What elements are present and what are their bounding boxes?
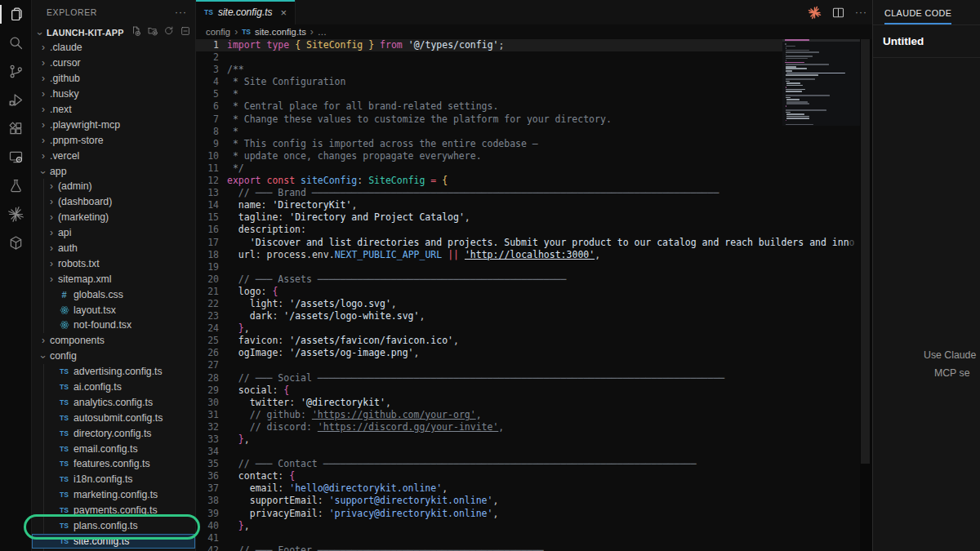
extensions-icon[interactable] — [0, 114, 32, 143]
tree-item-admin[interactable]: ›(admin) — [32, 179, 195, 194]
search-icon[interactable] — [0, 29, 32, 57]
split-editor-icon[interactable] — [831, 6, 845, 20]
code-line-39[interactable]: 39 privacyEmail: 'privacy@directorykit.o… — [196, 508, 854, 520]
claude-starburst-icon[interactable] — [808, 6, 822, 20]
code-line-40[interactable]: 40 }, — [196, 520, 854, 532]
breadcrumb-folder[interactable]: config — [206, 27, 230, 37]
collapse-all-icon[interactable] — [180, 25, 191, 40]
code-line-17[interactable]: 17 'Discover and list directories and pr… — [196, 237, 854, 249]
code-line-24[interactable]: 24 }, — [196, 322, 854, 335]
remote-explorer-icon[interactable] — [0, 143, 32, 171]
code-line-28[interactable]: 28 // ─── Social ───────────────────────… — [196, 372, 854, 384]
code-line-11[interactable]: 11 */ — [196, 162, 854, 175]
tree-item-.claude[interactable]: ›.claude — [32, 40, 195, 56]
tree-item-.husky[interactable]: ›.husky — [32, 87, 195, 102]
tree-item-.pnpm-store[interactable]: ›.pnpm-store — [32, 132, 195, 148]
tree-item-marketing.config.ts[interactable]: ›TSmarketing.config.ts — [32, 487, 195, 503]
code-line-13[interactable]: 13 // ─── Brand ────────────────────────… — [196, 187, 854, 199]
tab-claude-code[interactable]: CLAUDE CODE — [884, 8, 951, 24]
tree-item-advertising.config.ts[interactable]: ›TSadvertising.config.ts — [32, 364, 195, 380]
code-line-35[interactable]: 35 // ─── Contact ──────────────────────… — [196, 458, 854, 470]
chevron-right-icon[interactable]: › — [38, 104, 48, 115]
chevron-right-icon[interactable]: › — [47, 211, 56, 223]
scrollbar-slider[interactable] — [861, 39, 870, 464]
code-line-5[interactable]: 5 * — [196, 88, 854, 100]
minimap[interactable] — [782, 39, 860, 126]
tree-item-auth[interactable]: ›auth — [32, 241, 195, 256]
code-line-3[interactable]: 3/** — [196, 64, 854, 76]
chevron-right-icon[interactable]: › — [38, 73, 48, 84]
code-line-7[interactable]: 7 * Change these values to customize the… — [196, 113, 854, 126]
tree-item-features.config.ts[interactable]: ›TSfeatures.config.ts — [32, 456, 195, 472]
tree-item-i18n.config.ts[interactable]: ›TSi18n.config.ts — [32, 472, 195, 487]
code-line-34[interactable]: 34 — [196, 446, 854, 458]
code-line-27[interactable]: 27 — [196, 359, 854, 371]
run-debug-icon[interactable] — [0, 86, 32, 114]
code-line-15[interactable]: 15 tagline: 'Directory and Project Catal… — [196, 211, 854, 224]
chevron-right-icon[interactable]: › — [38, 57, 48, 69]
chevron-right-icon[interactable]: › — [47, 227, 56, 238]
tree-item-.cursor[interactable]: ›.cursor — [32, 56, 195, 71]
tree-item-.github[interactable]: ›.github — [32, 71, 195, 87]
breadcrumb-tail[interactable]: … — [318, 27, 327, 37]
code-line-37[interactable]: 37 email: 'hello@directorykit.online', — [196, 482, 854, 495]
tree-item-site.config.ts[interactable]: ›TSsite.config.ts — [32, 534, 195, 549]
tree-item-components[interactable]: ›components — [32, 333, 195, 349]
code-line-8[interactable]: 8 * — [196, 126, 854, 138]
code-line-30[interactable]: 30 twitter: '@directorykit', — [196, 397, 854, 409]
code-line-9[interactable]: 9 * This config is imported across the e… — [196, 138, 854, 150]
tab-site-config[interactable]: TS site.config.ts × — [196, 0, 296, 24]
tree-item-robots.txt[interactable]: ›robots.txt — [32, 256, 195, 271]
new-file-icon[interactable] — [131, 25, 142, 40]
code-line-10[interactable]: 10 * update once, changes propagate ever… — [196, 150, 854, 162]
tree-item-marketing[interactable]: ›(marketing) — [32, 210, 195, 225]
claude-starburst-icon[interactable] — [0, 200, 32, 229]
chevron-down-icon[interactable]: › — [38, 353, 49, 362]
chevron-right-icon[interactable]: › — [47, 242, 56, 254]
tree-item-not-found.tsx[interactable]: ›not-found.tsx — [32, 318, 195, 333]
breadcrumb-file[interactable]: site.config.ts — [255, 27, 306, 37]
tree-item-autosubmit.config.ts[interactable]: ›TSautosubmit.config.ts — [32, 410, 195, 425]
chevron-right-icon[interactable]: › — [47, 258, 56, 269]
code-line-14[interactable]: 14 name: 'DirectoryKit', — [196, 199, 854, 211]
code-line-18[interactable]: 18 url: process.env.NEXT_PUBLIC_APP_URL … — [196, 249, 854, 261]
chevron-right-icon[interactable]: › — [38, 150, 48, 162]
tree-item-.vercel[interactable]: ›.vercel — [32, 148, 195, 163]
chevron-right-icon[interactable]: › — [38, 88, 48, 100]
code-line-32[interactable]: 32 // discord: 'https://discord.gg/your-… — [196, 421, 854, 433]
tree-item-.playwright-mcp[interactable]: ›.playwright-mcp — [32, 117, 195, 132]
chevron-right-icon[interactable]: › — [38, 335, 48, 346]
code-line-2[interactable]: 2 — [196, 51, 854, 64]
code-line-23[interactable]: 23 dark: '/assets/logo-white.svg', — [196, 310, 854, 322]
tree-item-sitemap.xml[interactable]: ›sitemap.xml — [32, 271, 195, 287]
new-folder-icon[interactable] — [147, 25, 158, 40]
chevron-right-icon[interactable]: › — [47, 273, 56, 285]
tree-item-app[interactable]: ›app — [32, 163, 195, 179]
chevron-right-icon[interactable]: › — [47, 180, 56, 192]
code-line-38[interactable]: 38 supportEmail: 'support@directorykit.o… — [196, 495, 854, 507]
code-line-29[interactable]: 29 social: { — [196, 384, 854, 397]
scrollbar-track[interactable] — [860, 39, 872, 551]
tree-item-config[interactable]: ›config — [32, 349, 195, 364]
chevron-right-icon[interactable]: › — [47, 196, 56, 207]
code-line-6[interactable]: 6 * Central place for all brand-related … — [196, 100, 854, 113]
code-line-21[interactable]: 21 logo: { — [196, 286, 854, 298]
explorer-icon[interactable] — [0, 0, 32, 29]
code-line-42[interactable]: 42 // ─── Footer ───────────────────────… — [196, 544, 854, 551]
code-line-1[interactable]: 1import type { SiteConfig } from '@/type… — [196, 39, 854, 51]
code-line-33[interactable]: 33 }, — [196, 433, 854, 446]
explorer-more-icon[interactable]: ··· — [175, 7, 187, 18]
chevron-right-icon[interactable]: › — [38, 119, 48, 131]
cube-extension-icon[interactable] — [0, 229, 32, 257]
code-line-36[interactable]: 36 contact: { — [196, 470, 854, 482]
code-line-4[interactable]: 4 * Site Configuration — [196, 76, 854, 88]
tree-item-dashboard[interactable]: ›(dashboard) — [32, 194, 195, 210]
code-line-41[interactable]: 41 — [196, 532, 854, 544]
close-icon[interactable]: × — [281, 7, 287, 19]
code-line-31[interactable]: 31 // github: 'https://github.com/your-o… — [196, 409, 854, 421]
code-line-20[interactable]: 20 // ─── Assets ───────────────────────… — [196, 273, 854, 286]
chevron-right-icon[interactable]: › — [38, 135, 48, 146]
tree-item-analytics.config.ts[interactable]: ›TSanalytics.config.ts — [32, 394, 195, 410]
tree-item-layout.tsx[interactable]: ›layout.tsx — [32, 302, 195, 318]
tree-item-globals.css[interactable]: ›#globals.css — [32, 287, 195, 302]
